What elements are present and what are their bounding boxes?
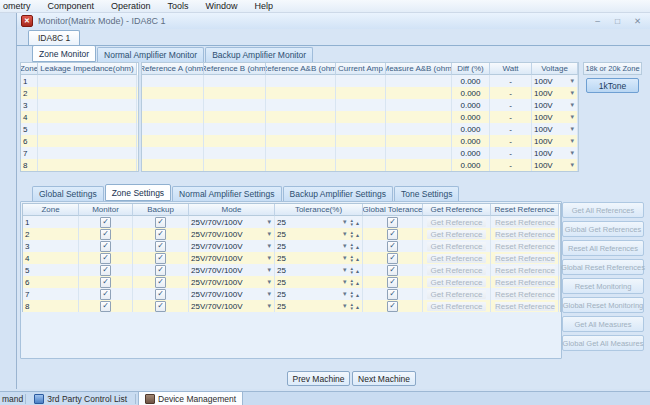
mode-cell[interactable]: 25V/70V/100V▾ [189,288,275,300]
reset-reference-button[interactable]: Reset Reference [495,302,555,311]
prev-machine-button[interactable]: Prev Machine [287,371,350,386]
tolerance-cell[interactable]: 25▾▴▾▴ [275,228,363,240]
mode-cell[interactable]: 25V/70V/100V▾ [189,228,275,240]
menu-item-help[interactable]: Help [253,1,276,11]
mode-cell[interactable]: 25V/70V/100V▾ [189,252,275,264]
tolerance-cell[interactable]: 25▾▴▾▴ [275,276,363,288]
spin-up-icon[interactable]: ▴ [356,243,359,250]
spin-up-icon[interactable]: ▴ [356,303,359,310]
reset-reference-button[interactable]: Reset Reference [495,266,555,275]
voltage-cell[interactable]: 100V▾ [532,159,578,171]
spin-up-icon[interactable]: ▴ [356,279,359,286]
dropdown-icon[interactable]: ▾ [343,302,348,310]
tolerance-cell[interactable]: 25▾▴▾▴ [275,300,363,312]
dropdown-icon[interactable]: ▾ [570,125,575,133]
spin-down-icon[interactable]: ▾ [350,294,353,298]
voltage-cell[interactable]: 100V▾ [532,123,578,135]
spin-down-icon[interactable]: ▾ [350,246,353,250]
global-tolerance-checkbox[interactable]: ✓ [387,217,398,228]
backup-checkbox[interactable]: ✓ [155,301,166,312]
voltage-cell[interactable]: 100V▾ [532,147,578,159]
backup-checkbox[interactable]: ✓ [155,253,166,264]
get-reference-button[interactable]: Get Reference [427,278,486,287]
tab-backup-amplifier-monitor[interactable]: Backup Amplifier Monitor [205,47,313,62]
dropdown-icon[interactable]: ▾ [267,278,272,286]
reset-reference-button[interactable]: Reset Reference [495,230,555,239]
mode-cell[interactable]: 25V/70V/100V▾ [189,300,275,312]
tab-tone-settings[interactable]: Tone Settings [394,186,460,201]
voltage-cell[interactable]: 100V▾ [532,135,578,147]
tab-global-settings[interactable]: Global Settings [32,186,104,201]
dropdown-icon[interactable]: ▾ [570,137,575,145]
global-tolerance-checkbox[interactable]: ✓ [387,241,398,252]
tone-1k-button[interactable]: 1kTone [586,78,639,93]
spin-up-icon[interactable]: ▴ [356,219,359,226]
dropdown-icon[interactable]: ▾ [267,266,272,274]
voltage-cell[interactable]: 100V▾ [532,99,578,111]
dropdown-icon[interactable]: ▾ [343,254,348,262]
tolerance-cell[interactable]: 25▾▴▾▴ [275,240,363,252]
get-all-references-button[interactable]: Get All References [562,202,644,218]
spin-up-icon[interactable]: ▴ [356,255,359,262]
dropdown-icon[interactable]: ▾ [267,254,272,262]
monitor-checkbox[interactable]: ✓ [100,217,111,228]
dropdown-icon[interactable]: ▾ [343,242,348,250]
monitor-checkbox[interactable]: ✓ [100,241,111,252]
voltage-cell[interactable]: 100V▾ [532,87,578,99]
reset-monitoring-button[interactable]: Reset Monitoring [562,278,644,294]
get-reference-button[interactable]: Get Reference [427,290,486,299]
dropdown-icon[interactable]: ▾ [267,218,272,226]
menu-item-tools[interactable]: Tools [166,1,191,11]
get-reference-button[interactable]: Get Reference [427,254,486,263]
spin-down-icon[interactable]: ▾ [350,270,353,274]
global-tolerance-checkbox[interactable]: ✓ [387,277,398,288]
monitor-checkbox[interactable]: ✓ [100,253,111,264]
tab-zone-monitor[interactable]: Zone Monitor [32,45,96,62]
tab-normal-amplifier-monitor[interactable]: Normal Amplifier Monitor [97,47,204,62]
voltage-cell[interactable]: 100V▾ [532,111,578,123]
tolerance-cell[interactable]: 25▾▴▾▴ [275,216,363,228]
dropdown-icon[interactable]: ▾ [267,302,272,310]
dropdown-icon[interactable]: ▾ [267,242,272,250]
get-reference-button[interactable]: Get Reference [427,218,486,227]
tolerance-cell[interactable]: 25▾▴▾▴ [275,264,363,276]
monitor-checkbox[interactable]: ✓ [100,301,111,312]
menu-item-operation[interactable]: Operation [109,1,153,11]
reset-all-references-button[interactable]: Reset All References [562,240,644,256]
mode-cell[interactable]: 25V/70V/100V▾ [189,240,275,252]
dropdown-icon[interactable]: ▾ [343,278,348,286]
tab-zone-settings[interactable]: Zone Settings [105,184,171,201]
backup-checkbox[interactable]: ✓ [155,217,166,228]
dropdown-icon[interactable]: ▾ [570,101,575,109]
backup-checkbox[interactable]: ✓ [155,265,166,276]
dropdown-icon[interactable]: ▾ [570,149,575,157]
menu-item-window[interactable]: Window [204,1,240,11]
monitor-checkbox[interactable]: ✓ [100,265,111,276]
dock-tab-device-management[interactable]: Device Management [138,392,243,405]
global-reset-monitoring-button[interactable]: Global Reset Monitoring [562,297,644,313]
dropdown-icon[interactable]: ▾ [570,77,575,85]
global-get-all-measures-button[interactable]: Global Get All Measures [562,335,644,351]
next-machine-button[interactable]: Next Machine [352,371,416,386]
spin-down-icon[interactable]: ▾ [350,222,353,226]
global-tolerance-checkbox[interactable]: ✓ [387,229,398,240]
get-reference-button[interactable]: Get Reference [427,266,486,275]
dropdown-icon[interactable]: ▾ [570,113,575,121]
global-tolerance-checkbox[interactable]: ✓ [387,301,398,312]
tolerance-cell[interactable]: 25▾▴▾▴ [275,252,363,264]
dock-tab-3rd-party-control-list[interactable]: 3rd Party Control List [28,392,133,405]
voltage-cell[interactable]: 100V▾ [532,75,578,87]
spin-down-icon[interactable]: ▾ [350,258,353,262]
global-tolerance-checkbox[interactable]: ✓ [387,265,398,276]
dropdown-icon[interactable]: ▾ [570,161,575,169]
backup-checkbox[interactable]: ✓ [155,241,166,252]
dock-tab-command-cut[interactable]: mand [2,394,23,404]
menu-item-component[interactable]: Component [46,1,97,11]
get-all-measures-button[interactable]: Get All Measures [562,316,644,332]
mode-cell[interactable]: 25V/70V/100V▾ [189,216,275,228]
spin-down-icon[interactable]: ▾ [350,282,353,286]
get-reference-button[interactable]: Get Reference [427,242,486,251]
reset-reference-button[interactable]: Reset Reference [495,242,555,251]
monitor-checkbox[interactable]: ✓ [100,289,111,300]
close-button[interactable]: ✕ [632,16,643,26]
